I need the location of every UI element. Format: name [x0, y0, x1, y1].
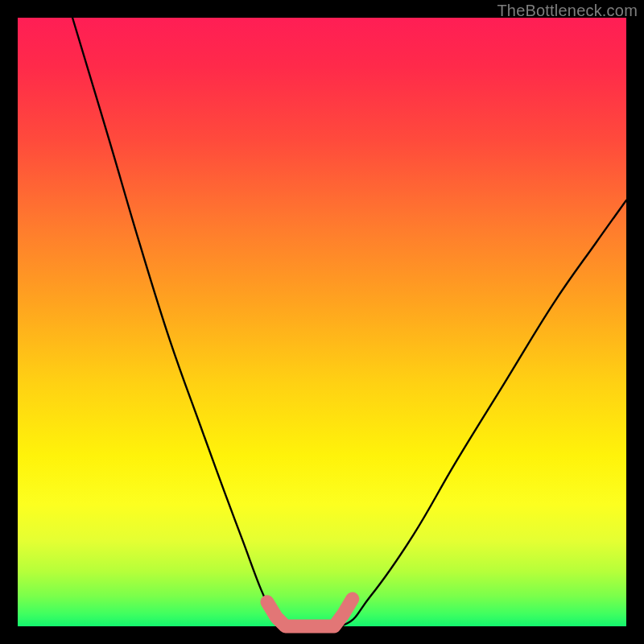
watermark-text: TheBottleneck.com — [497, 2, 638, 20]
chart-frame: TheBottleneck.com — [0, 0, 644, 644]
gradient-plot-area — [18, 18, 626, 626]
